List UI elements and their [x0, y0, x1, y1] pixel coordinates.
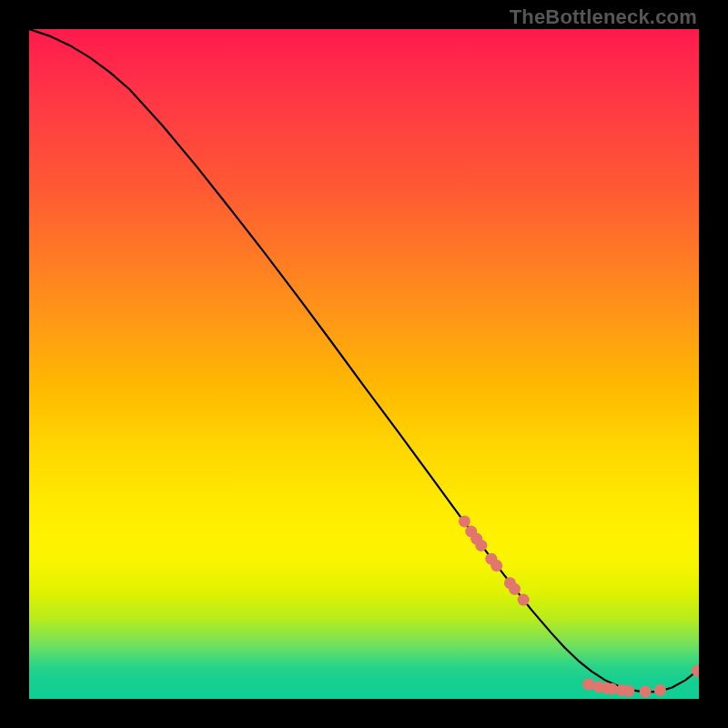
data-marker [622, 685, 634, 697]
watermark-text: TheBottleneck.com [510, 5, 697, 29]
data-marker [654, 684, 666, 696]
data-marker [509, 583, 521, 595]
curve-layer [29, 29, 699, 699]
data-marker [606, 682, 618, 694]
main-curve [29, 29, 699, 693]
data-marker [582, 678, 594, 690]
data-marker [518, 594, 530, 606]
data-marker [490, 560, 502, 571]
chart-frame: TheBottleneck.com [0, 0, 728, 728]
data-marker [459, 515, 470, 527]
data-marker [640, 685, 652, 697]
marker-group [459, 515, 699, 697]
data-marker [475, 540, 487, 551]
plot-area [29, 29, 699, 699]
